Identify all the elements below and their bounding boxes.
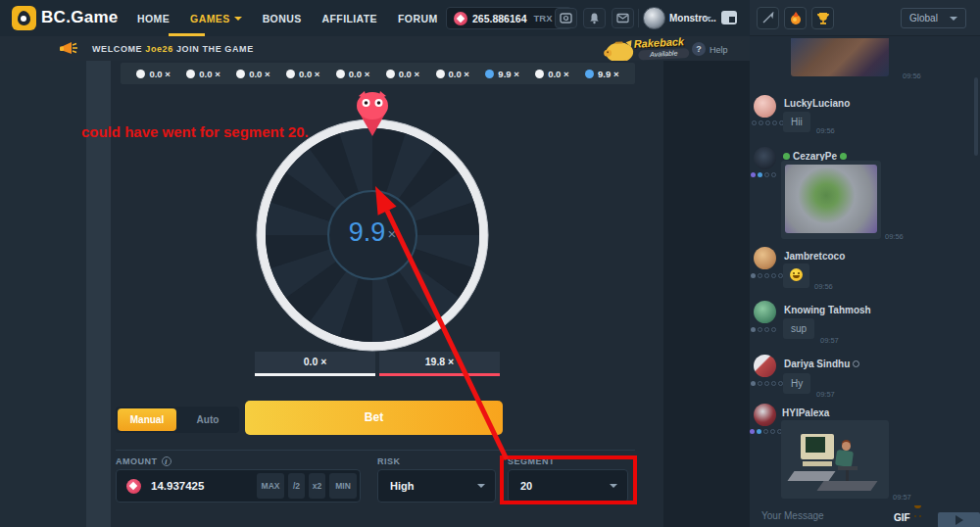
chat-rules-button[interactable] [757, 7, 779, 29]
user-avatar[interactable] [754, 404, 776, 426]
hot-games-button[interactable] [784, 7, 807, 29]
result-tab-high[interactable]: 19.8 × [379, 352, 500, 376]
balance-currency: TRX [533, 13, 552, 24]
vault-icon [560, 12, 572, 24]
nav-item-home[interactable]: HOME [137, 13, 170, 24]
history-chip: 0.0 × [535, 69, 568, 79]
user-level-badges [751, 327, 776, 332]
history-chip: 0.0 × [286, 69, 319, 79]
divider [116, 450, 635, 451]
bcgame-logo-icon[interactable] [12, 6, 36, 30]
balance-value: 265.886164 [472, 13, 526, 24]
chat-message-input[interactable] [760, 509, 877, 522]
user-avatar[interactable] [754, 95, 776, 118]
laughing-emoji-icon [790, 268, 803, 281]
history-chip: 0.0 × [236, 69, 270, 79]
annotation-highlight-box [500, 455, 637, 504]
user-avatar[interactable] [754, 301, 776, 323]
trx-coin-icon [126, 479, 141, 494]
user-level-badges [751, 172, 776, 177]
chat-message-bubble [783, 264, 809, 288]
mail-button[interactable] [612, 8, 634, 28]
chevron-down-icon [477, 484, 485, 488]
rakeback-subtitle: Available [638, 48, 689, 61]
history-chip: 0.0 × [386, 69, 419, 79]
help-label[interactable]: Help [710, 45, 728, 55]
bet-button[interactable]: Bet [245, 401, 503, 435]
chat-message-bubble: Hy [783, 373, 810, 394]
chat-message-bubble: sup [783, 318, 814, 339]
user-avatar[interactable] [643, 7, 665, 29]
leaderboard-button[interactable] [811, 7, 834, 29]
divider [638, 9, 639, 27]
annotation-text: could have went for segment 20. [81, 123, 366, 140]
chat-username[interactable]: LuckyLuciano [784, 98, 850, 109]
page-gap [663, 61, 750, 527]
manual-mode-button[interactable]: Manual [118, 408, 176, 431]
chevron-down-icon [950, 17, 957, 21]
message-time: 09:57 [893, 493, 911, 502]
nav-menu: HOME GAMES BONUS AFFILIATE FORUM [137, 0, 438, 36]
history-chip: 0.0 × [186, 69, 220, 79]
user-avatar[interactable] [754, 355, 776, 377]
charm-icon [853, 360, 859, 367]
nav-item-forum[interactable]: FORUM [398, 13, 438, 24]
message-time: 09:57 [820, 336, 839, 345]
auto-mode-button[interactable]: Auto [176, 414, 239, 425]
risk-dropdown[interactable]: High [377, 469, 496, 503]
top-navbar: BC.Game HOME GAMES BONUS AFFILIATE FORUM… [0, 0, 750, 36]
message-time: 09:56 [814, 282, 833, 291]
chat-username[interactable]: Jambretcoco [784, 251, 845, 262]
message-time: 09:57 [816, 390, 835, 399]
user-level-badges [750, 429, 782, 434]
gif-button[interactable]: GIF [894, 512, 910, 523]
history-chip: 0.0 × [136, 69, 170, 79]
megaphone-icon [59, 41, 80, 57]
nav-item-bonus[interactable]: BONUS [263, 13, 302, 24]
chat-header: Global [750, 0, 980, 36]
vault-button[interactable] [555, 8, 577, 28]
chat-scrollbar[interactable] [974, 77, 978, 156]
left-sidebar-collapsed [0, 61, 86, 527]
chat-username[interactable]: Knowing Tahmosh [784, 305, 871, 315]
user-level-badges [751, 381, 783, 386]
chat-username[interactable]: HYIPalexa [782, 407, 829, 418]
nav-item-games[interactable]: GAMES [190, 13, 242, 24]
amount-min-button[interactable]: MIN [329, 473, 357, 499]
chat-username[interactable]: Dariya Sindhu [784, 359, 859, 369]
chat-messages: 09:56 LuckyLuciano Hii 09:56 CezaryPe 09… [750, 36, 980, 527]
bcgame-logo-text[interactable]: BC.Game [41, 8, 119, 27]
envelope-icon [616, 13, 629, 24]
fireball-icon [789, 12, 803, 25]
chat-bubble-icon [721, 11, 737, 24]
help-icon[interactable]: ? [692, 42, 706, 56]
nav-item-affiliate[interactable]: AFFILIATE [322, 13, 377, 24]
gif-image [785, 165, 877, 233]
chevron-down-icon[interactable] [704, 17, 711, 21]
chat-region-dropdown[interactable]: Global [901, 8, 966, 28]
chat-message-bubble: Hii [783, 112, 810, 132]
amount-field: MAX /2 x2 MIN [116, 469, 361, 503]
bc-game-app: BC.Game HOME GAMES BONUS AFFILIATE FORUM… [0, 0, 980, 527]
amount-half-button[interactable]: /2 [288, 473, 305, 499]
chevron-down-icon [234, 17, 242, 21]
chat-message-bubble [781, 420, 889, 499]
user-avatar[interactable] [754, 247, 776, 269]
amount-input[interactable] [149, 479, 257, 493]
alien-emoji-icon [783, 153, 790, 160]
info-icon[interactable]: i [162, 456, 172, 466]
message-time: 09:56 [885, 232, 904, 241]
result-tab-low[interactable]: 0.0 × [255, 352, 375, 376]
history-chip: 0.0 × [436, 69, 469, 79]
rakeback-badge[interactable]: Rakeback Available [602, 35, 696, 64]
amount-double-button[interactable]: x2 [309, 473, 325, 499]
notifications-button[interactable] [583, 8, 606, 28]
send-message-button[interactable] [938, 512, 980, 527]
user-level-badges [752, 120, 784, 125]
gif-image [791, 38, 889, 76]
user-avatar[interactable] [754, 147, 776, 169]
chat-toggle-button[interactable] [721, 11, 737, 24]
chat-message-bubble [781, 161, 881, 239]
wheel-multiplier: 9.9× [338, 217, 407, 253]
amount-max-button[interactable]: MAX [257, 473, 284, 499]
